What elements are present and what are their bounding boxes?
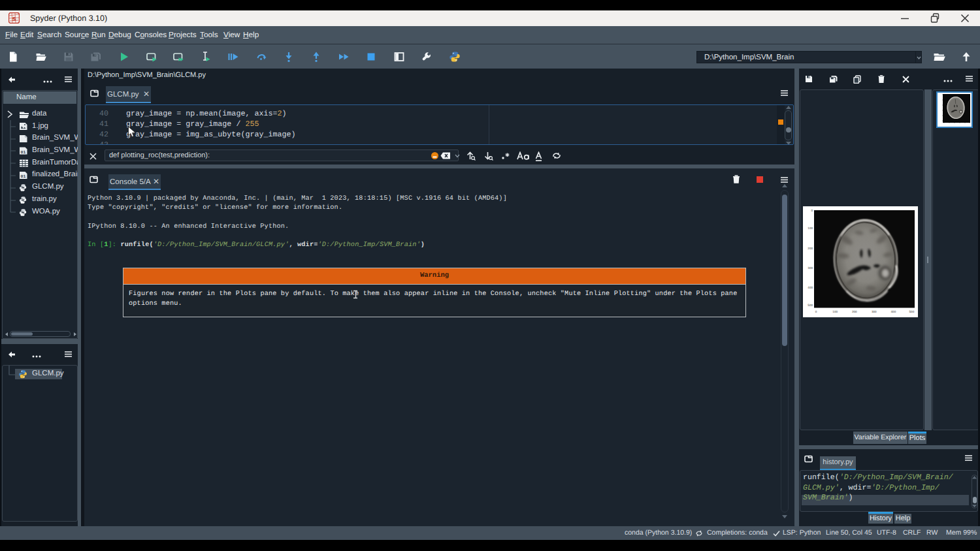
svg-text:400: 400 bbox=[808, 286, 813, 289]
svg-text:100: 100 bbox=[808, 227, 813, 230]
svg-text:01: 01 bbox=[21, 174, 26, 179]
svg-text:0: 0 bbox=[815, 310, 817, 313]
svg-text:500: 500 bbox=[909, 310, 915, 313]
svg-text:300: 300 bbox=[872, 310, 877, 313]
svg-text:01: 01 bbox=[21, 150, 26, 155]
svg-text:0: 0 bbox=[811, 209, 813, 212]
svg-text:400: 400 bbox=[891, 310, 896, 313]
svg-text:200: 200 bbox=[852, 310, 857, 313]
svg-text:500: 500 bbox=[808, 304, 813, 307]
svg-text:200: 200 bbox=[808, 247, 813, 250]
svg-text:s: s bbox=[12, 15, 16, 23]
svg-text:100: 100 bbox=[832, 310, 838, 313]
svg-text:300: 300 bbox=[808, 266, 813, 270]
